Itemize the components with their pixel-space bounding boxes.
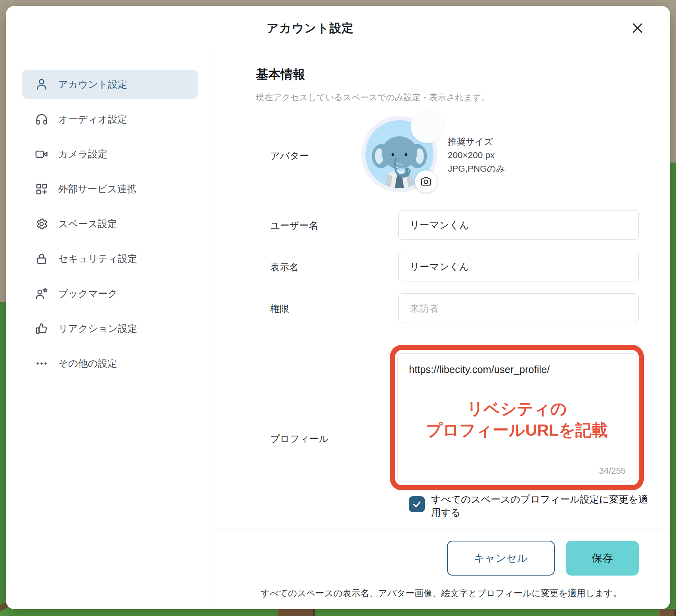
avatar-hint-text: 推奨サイズ 200×200 px JPG,PNGのみ <box>448 135 505 176</box>
sidebar-item-camera-settings[interactable]: カメラ設定 <box>22 140 198 168</box>
sidebar-item-bookmarks[interactable]: ブックマーク <box>22 279 198 308</box>
modal-title: アカウント設定 <box>6 20 615 36</box>
camera-icon <box>420 176 432 187</box>
checkmark-icon <box>412 499 422 509</box>
display-name-input[interactable] <box>398 252 639 281</box>
apply-all-spaces-label: すべてのスペースのプロフィール設定に変更を適用する <box>431 493 648 519</box>
account-settings-modal: アカウント設定 アカウント設定 オーディオ設定 カメラ設定 <box>6 6 670 609</box>
profile-url-value: https://libecity.com/user_profile/ <box>409 364 550 375</box>
tree-trunk <box>277 609 315 616</box>
avatar-hint-line3: JPG,PNGのみ <box>448 162 505 176</box>
sidebar-item-reaction-settings[interactable]: リアクション設定 <box>22 314 198 343</box>
sidebar-item-external-services[interactable]: 外部サービス連携 <box>22 174 198 203</box>
avatar-label: アバター <box>270 149 309 162</box>
modal-header: アカウント設定 <box>6 6 670 51</box>
tree-trunk <box>659 609 676 616</box>
apps-plus-icon <box>35 182 48 196</box>
close-button[interactable] <box>628 19 647 38</box>
role-input[interactable] <box>398 293 639 323</box>
sidebar-item-label: 外部サービス連携 <box>58 182 137 195</box>
sidebar-item-label: ブックマーク <box>58 287 118 300</box>
profile-highlight-annotation: https://libecity.com/user_profile/ リベシティ… <box>390 345 644 490</box>
avatar-hint-line1: 推奨サイズ <box>448 135 505 149</box>
profile-annotation-text: リベシティの プロフィールURLを記載 <box>398 398 636 441</box>
gear-icon <box>35 217 48 231</box>
sidebar-item-other-settings[interactable]: その他の設定 <box>22 349 198 378</box>
user-icon <box>35 78 48 91</box>
sidebar-item-label: カメラ設定 <box>58 147 107 161</box>
video-camera-icon <box>35 147 48 161</box>
sidebar-item-security-settings[interactable]: セキュリティ設定 <box>22 244 198 273</box>
sidebar-item-label: スペース設定 <box>58 217 117 230</box>
cancel-button[interactable]: キャンセル <box>447 541 555 576</box>
avatar-status-circle <box>411 110 444 143</box>
username-label: ユーザー名 <box>270 219 318 232</box>
role-label: 権限 <box>270 302 289 315</box>
lock-icon <box>35 252 48 266</box>
user-star-icon <box>35 287 48 300</box>
settings-main-panel: 基本情報 現在アクセスしているスペースでのみ設定・表示されます。 アバター <box>212 51 670 609</box>
avatar-upload-button[interactable] <box>415 170 437 193</box>
sidebar-item-label: オーディオ設定 <box>58 113 127 126</box>
profile-textarea[interactable]: https://libecity.com/user_profile/ リベシティ… <box>397 353 636 482</box>
settings-sidebar: アカウント設定 オーディオ設定 カメラ設定 外部サービス連携 スペース設定 <box>6 51 212 609</box>
apply-all-spaces-checkbox[interactable] <box>409 496 425 512</box>
username-input[interactable] <box>398 210 639 240</box>
headphones-icon <box>35 113 48 126</box>
footer-divider <box>212 530 670 530</box>
ellipsis-icon <box>35 357 48 370</box>
sidebar-item-space-settings[interactable]: スペース設定 <box>22 209 198 238</box>
sidebar-item-label: アカウント設定 <box>58 78 127 91</box>
thumbs-up-icon <box>35 322 48 335</box>
avatar-hint-line2: 200×200 px <box>448 149 505 162</box>
sidebar-item-label: その他の設定 <box>58 357 117 370</box>
close-icon <box>630 21 645 36</box>
profile-label: プロフィール <box>270 432 328 445</box>
section-subtitle: 現在アクセスしているスペースでのみ設定・表示されます。 <box>256 92 490 103</box>
sidebar-item-label: リアクション設定 <box>58 322 137 335</box>
sidebar-item-account-settings[interactable]: アカウント設定 <box>22 70 198 99</box>
display-name-label: 表示名 <box>270 261 299 274</box>
sidebar-item-audio-settings[interactable]: オーディオ設定 <box>22 105 198 134</box>
section-title: 基本情報 <box>256 66 305 83</box>
character-counter: 34/255 <box>599 466 626 476</box>
sidebar-item-label: セキュリティ設定 <box>58 252 137 265</box>
background-grass-bottom <box>0 608 676 616</box>
footer-note: すべてのスペースの表示名、アバター画像、絵文字とプロフィールに変更を適用します。 <box>212 587 670 599</box>
save-button[interactable]: 保存 <box>566 541 639 576</box>
